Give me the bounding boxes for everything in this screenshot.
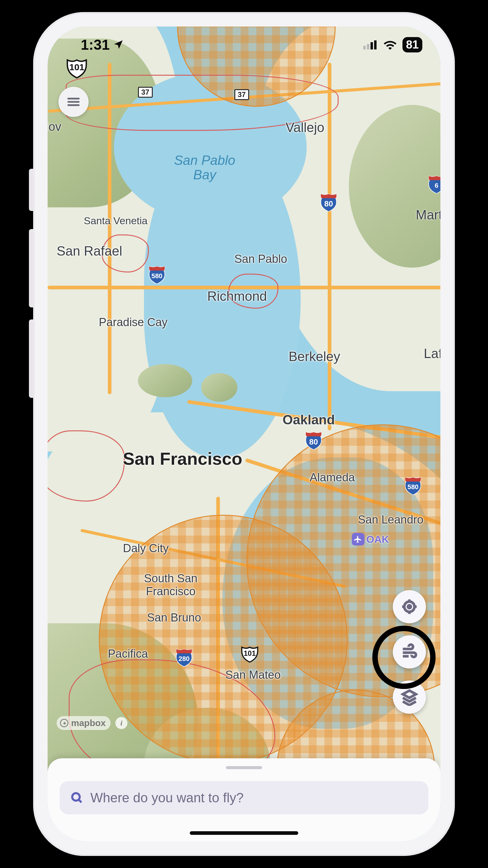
mapbox-logo[interactable]: mapbox <box>57 716 110 730</box>
menu-button[interactable] <box>59 87 89 117</box>
hamburger-icon <box>66 94 82 110</box>
label-paradise-cay: Paradise Cay <box>99 316 167 329</box>
svg-rect-2 <box>370 42 373 50</box>
svg-rect-1 <box>367 44 369 50</box>
wifi-icon <box>383 39 397 50</box>
search-input[interactable]: Where do you want to fly? <box>60 781 428 814</box>
interstate-shield-580a: 580 <box>147 265 167 284</box>
label-pacifica: Pacifica <box>108 647 148 660</box>
weather-button[interactable] <box>393 635 426 669</box>
label-san-leandro: San Leandro <box>358 513 424 526</box>
label-vallejo: Vallejo <box>286 120 324 135</box>
us-shield-101b: 101 <box>240 644 259 662</box>
interstate-shield-80a: 80 <box>319 192 338 212</box>
search-icon <box>70 791 84 805</box>
search-placeholder: Where do you want to fly? <box>90 790 244 805</box>
screen: San Pablo Bay San Francisco Oakland Berk… <box>47 27 441 841</box>
layers-button[interactable] <box>393 681 426 714</box>
interstate-shield-680: 6 <box>427 174 441 193</box>
label-martinez: Mart <box>416 207 441 222</box>
airport-oak: OAK <box>352 533 389 546</box>
label-san-francisco: San Francisco <box>123 448 242 469</box>
label-san-mateo: San Mateo <box>225 669 281 681</box>
airport-code: OAK <box>366 533 389 545</box>
label-novato: lov <box>47 120 61 133</box>
status-time: 1:31 <box>81 36 110 53</box>
layers-icon <box>401 688 418 706</box>
label-san-pablo-bay: San Pablo Bay <box>174 153 235 182</box>
attribution-info-button[interactable]: i <box>116 717 127 729</box>
label-lafayette: Laf <box>424 346 441 361</box>
locate-icon <box>401 598 418 615</box>
svg-point-14 <box>72 793 80 801</box>
label-oakland: Oakland <box>283 412 335 427</box>
label-daly-city: Daly City <box>123 542 169 555</box>
airplane-icon <box>352 533 364 546</box>
svg-rect-0 <box>363 46 366 50</box>
location-arrow-icon <box>113 39 124 50</box>
label-richmond: Richmond <box>207 289 267 304</box>
interstate-shield-280: 280 <box>174 647 194 667</box>
home-indicator <box>190 831 298 835</box>
cellular-icon <box>363 39 378 50</box>
interstate-shield-580b: 580 <box>403 475 423 495</box>
battery-indicator: 81 <box>402 37 422 53</box>
svg-point-8 <box>408 605 411 608</box>
wind-icon <box>401 643 418 661</box>
sheet-grabber[interactable] <box>226 766 262 769</box>
route-37-a: 37 <box>138 87 153 98</box>
label-san-rafael: San Rafael <box>57 244 122 258</box>
phone-frame: San Pablo Bay San Francisco Oakland Berk… <box>33 12 455 856</box>
bottom-sheet[interactable]: Where do you want to fly? <box>47 758 441 841</box>
label-san-bruno: San Bruno <box>147 611 201 624</box>
interstate-shield-80b: 80 <box>304 430 324 450</box>
route-37-b: 37 <box>234 89 249 100</box>
label-alameda: Alameda <box>310 471 355 484</box>
status-bar: 1:31 81 <box>47 27 441 63</box>
svg-line-15 <box>78 800 82 802</box>
label-south-sf: South San Francisco <box>144 572 197 598</box>
svg-rect-3 <box>374 40 377 50</box>
label-santa-venetia: Santa Venetia <box>84 215 148 227</box>
map-attribution: mapbox i <box>57 716 127 730</box>
mapbox-icon <box>60 718 69 727</box>
locate-button[interactable] <box>393 590 426 623</box>
label-san-pablo: San Pablo <box>234 253 287 266</box>
label-berkeley: Berkeley <box>289 349 340 364</box>
